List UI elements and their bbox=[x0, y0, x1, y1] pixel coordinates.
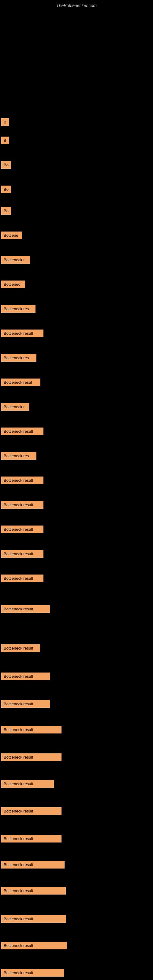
bottleneck-item-6: Bo bbox=[1, 186, 11, 193]
bottleneck-item-16: Bottleneck result bbox=[1, 428, 43, 435]
bottleneck-item-9: Bottleneck r bbox=[1, 256, 30, 264]
bottleneck-item-21: Bottleneck result bbox=[1, 550, 43, 558]
site-title: TheBottlenecker.com bbox=[0, 0, 153, 11]
bottleneck-item-13: Bottleneck res bbox=[1, 354, 37, 362]
bottleneck-item-27: Bottleneck result bbox=[1, 726, 62, 733]
bottleneck-item-10: Bottlenec bbox=[1, 280, 25, 288]
bottleneck-item-22: Bottleneck result bbox=[1, 574, 43, 582]
bottleneck-item-11: Bottleneck res bbox=[1, 305, 35, 313]
bottleneck-item-17: Bottleneck res bbox=[1, 452, 37, 460]
bottleneck-item-30: Bottleneck result bbox=[1, 807, 62, 815]
bottleneck-item-8: Bottlene bbox=[1, 232, 22, 239]
bottleneck-item-36: Bottleneck result bbox=[1, 969, 64, 977]
bottleneck-item-23: Bottleneck result bbox=[1, 605, 50, 613]
bottleneck-item-7: Bo bbox=[1, 207, 11, 215]
bottleneck-item-26: Bottleneck result bbox=[1, 700, 50, 708]
bottleneck-item-5: Bo bbox=[1, 161, 11, 169]
bottleneck-item-19: Bottleneck result bbox=[1, 501, 43, 509]
bottleneck-item-31: Bottleneck result bbox=[1, 835, 62, 843]
bottleneck-item-33: Bottleneck result bbox=[1, 887, 66, 894]
bottleneck-item-14: Bottleneck resul bbox=[1, 379, 40, 386]
bottleneck-item-32: Bottleneck result bbox=[1, 861, 65, 869]
bottleneck-item-3: B bbox=[1, 118, 9, 126]
bottleneck-item-24: Bottleneck result bbox=[1, 644, 40, 652]
bottleneck-item-25: Bottleneck result bbox=[1, 673, 50, 680]
bottleneck-item-15: Bottleneck r bbox=[1, 403, 29, 411]
bottleneck-item-18: Bottleneck result bbox=[1, 477, 43, 484]
bottleneck-item-28: Bottleneck result bbox=[1, 753, 62, 761]
bottleneck-item-34: Bottleneck result bbox=[1, 915, 66, 923]
bottleneck-item-4: B bbox=[1, 137, 9, 144]
bottleneck-item-35: Bottleneck result bbox=[1, 942, 67, 950]
bottleneck-item-20: Bottleneck result bbox=[1, 525, 43, 533]
bottleneck-item-29: Bottleneck result bbox=[1, 780, 54, 788]
bottleneck-item-12: Bottleneck result bbox=[1, 329, 43, 337]
